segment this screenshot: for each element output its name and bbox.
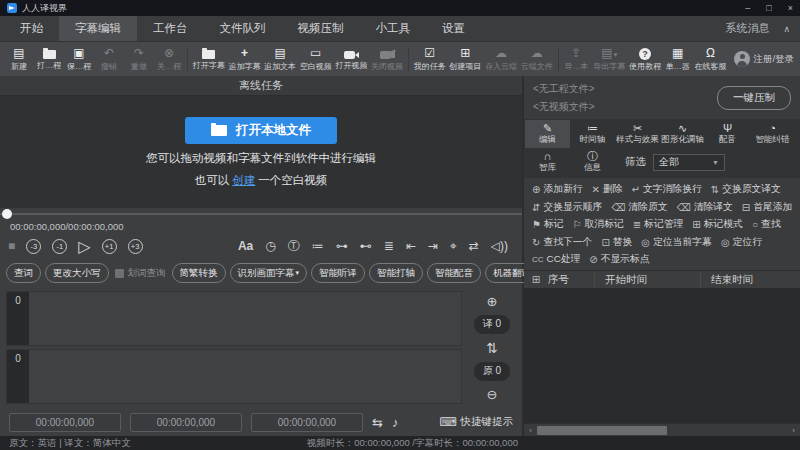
toolbar-close-video[interactable]: 关闭视频 — [369, 47, 405, 72]
music-note-icon[interactable]: ♪ — [392, 415, 399, 430]
locate-target-icon[interactable]: ⌖ — [450, 239, 457, 253]
scroll-right-arrow[interactable]: › — [787, 424, 800, 437]
clear-source-button[interactable]: ⌫清除原文 — [611, 201, 667, 214]
find-button[interactable]: ○查找 — [752, 218, 781, 231]
skip-back-3-button[interactable]: -3 — [26, 239, 41, 254]
login-link[interactable]: 注册/登录 — [753, 53, 796, 66]
ocr-subtitle-button[interactable]: 识别画面字幕▾ — [230, 263, 308, 283]
delete-button[interactable]: ✕删除 — [592, 183, 623, 196]
cc-process-button[interactable]: CCCC处理 — [532, 253, 580, 266]
add-head-tail-button[interactable]: ⊟首尾添加 — [742, 201, 793, 214]
duration-time-input[interactable] — [251, 413, 363, 432]
start-time-input[interactable] — [9, 413, 121, 432]
avatar[interactable] — [734, 51, 750, 67]
toolbar-append-subtitle[interactable]: +追加字幕 — [227, 47, 263, 72]
toolbar-my-tasks[interactable]: ☑我的任务 — [412, 47, 448, 72]
seek-track[interactable] — [0, 213, 522, 215]
toolbar-blank-video[interactable]: ▭空白视频 — [298, 47, 334, 72]
smart-timing-button[interactable]: 智能打轴 — [369, 263, 423, 283]
tab-graphic-timing[interactable]: ∿图形化调轴 — [660, 120, 705, 148]
toolbar-new-project[interactable]: ▤新建 — [4, 47, 34, 72]
maximize-button[interactable]: □ — [766, 4, 771, 13]
zoom-in-icon[interactable]: ⊕ — [487, 295, 498, 308]
tab-timeline[interactable]: ≔时间轴 — [570, 120, 615, 148]
swap-source-translation-button[interactable]: ⇅交换原文译文 — [711, 183, 781, 196]
smart-dubbing-button[interactable]: 智能配音 — [427, 263, 481, 283]
locate-line-button[interactable]: ◎定位行 — [721, 236, 762, 249]
toolbar-create-project[interactable]: ⊞创建项目 — [447, 47, 483, 72]
translation-text-area[interactable] — [29, 292, 461, 345]
tab-edit[interactable]: ✎编辑 — [525, 120, 570, 148]
toolbar-cloud-files[interactable]: ☁云端文件 — [519, 47, 555, 72]
toolbar-append-text[interactable]: ▤追加文本 — [262, 47, 298, 72]
menu-item-workbench[interactable]: 工作台 — [137, 16, 204, 41]
change-case-button[interactable]: 更改大小写 — [45, 263, 109, 283]
tab-style-effects[interactable]: ✂样式与效果 — [615, 120, 660, 148]
tab-dubbing[interactable]: Ψ配音 — [705, 120, 750, 148]
menu-item-tools[interactable]: 小工具 — [360, 16, 427, 41]
toolbar-online-support[interactable]: Ω在线客服 — [693, 47, 729, 72]
add-row-button[interactable]: ⊕添加新行 — [532, 183, 583, 196]
snap-to-end-icon[interactable]: ⇥ — [428, 239, 438, 253]
collapse-toolbar-icon[interactable]: ∧ — [783, 24, 790, 34]
scrollbar-thumb[interactable] — [537, 426, 667, 435]
locate-current-subtitle-button[interactable]: ◎定位当前字幕 — [641, 236, 712, 249]
replace-button[interactable]: ⊡替换 — [601, 236, 632, 249]
toolbar-open-project[interactable]: 打…程 — [34, 47, 64, 71]
filter-select[interactable]: 全部▼ — [653, 154, 725, 171]
menu-item-video-encode[interactable]: 视频压制 — [282, 16, 360, 41]
hide-punctuation-button[interactable]: ⊘不显示标点 — [589, 253, 649, 266]
play-button[interactable]: ▷ — [78, 237, 90, 256]
grid-icon[interactable]: ⊞ — [524, 274, 548, 285]
toolbar-converter[interactable]: ▦单…器 — [663, 47, 693, 72]
remove-linebreak-button[interactable]: ↵文字消除换行 — [632, 183, 702, 196]
toolbar-close-project[interactable]: ⊗关…程 — [154, 47, 184, 72]
toolbar-redo[interactable]: ↷重做 — [124, 47, 154, 72]
font-size-icon[interactable]: Aa — [238, 239, 253, 253]
merge-down-icon[interactable]: ⊷ — [360, 239, 372, 253]
scroll-left-arrow[interactable]: ‹ — [524, 424, 537, 437]
mark-manage-button[interactable]: ≣标记管理 — [633, 218, 684, 231]
toolbar-undo[interactable]: ↶撤销 — [94, 47, 124, 72]
open-local-file-button[interactable]: 打开本地文件 — [185, 117, 337, 144]
tab-knowledge-base[interactable]: ∩智库 — [525, 148, 570, 176]
subtitle-row-translation[interactable]: 0 — [6, 291, 462, 346]
toolbar-open-video[interactable]: 打开视频 — [334, 48, 370, 71]
end-time-input[interactable] — [130, 413, 242, 432]
unmark-button[interactable]: ⚐取消标记 — [573, 218, 624, 231]
toolbar-export-subtitle[interactable]: ▤▾导出字幕 — [591, 47, 627, 72]
video-drop-area[interactable]: 打开本地文件 您可以拖动视频和字幕文件到软件中进行编辑 也可以创建一个空白视频 — [0, 96, 522, 208]
menu-item-start[interactable]: 开始 — [4, 16, 59, 41]
smart-transcribe-button[interactable]: 智能听译 — [311, 263, 365, 283]
simplified-traditional-button[interactable]: 简繁转换 — [172, 263, 226, 283]
one-click-encode-button[interactable]: 一键压制 — [717, 86, 791, 110]
toolbar-export-script[interactable]: ⇪导…本 — [561, 47, 591, 72]
shortcut-hint-button[interactable]: ⌨快捷键提示 — [439, 415, 513, 429]
menu-item-settings[interactable]: 设置 — [426, 16, 481, 41]
create-link[interactable]: 创建 — [232, 174, 255, 186]
toolbar-open-subtitle[interactable]: 打开字幕 — [191, 47, 227, 71]
minimize-button[interactable]: – — [745, 4, 750, 13]
skip-forward-3-button[interactable]: +3 — [128, 239, 143, 254]
subtitle-table-body[interactable] — [524, 289, 800, 423]
skip-forward-1-button[interactable]: +1 — [102, 239, 117, 254]
time-adjust-icon[interactable]: ◷ — [265, 239, 275, 253]
zoom-out-icon[interactable]: ⊖ — [487, 388, 498, 401]
tab-smart-correct[interactable]: ◔智能纠错 — [750, 120, 795, 148]
seek-handle[interactable] — [2, 209, 12, 219]
swap-display-order-button[interactable]: ⇵交换显示顺序 — [532, 201, 602, 214]
toolbar-save-project[interactable]: ▣保…程 — [64, 47, 94, 72]
loop-icon[interactable]: ⇆ — [372, 415, 383, 430]
find-next-button[interactable]: ↻查找下一个 — [532, 236, 592, 249]
text-style-icon[interactable]: Ⓣ — [288, 238, 300, 255]
original-text-area[interactable] — [29, 350, 461, 403]
mark-button[interactable]: ⚑标记 — [532, 218, 564, 231]
stop-button[interactable]: ■ — [8, 239, 15, 253]
horizontal-scrollbar[interactable]: ‹ › — [524, 423, 800, 436]
lookup-word-button[interactable]: 查词 — [6, 263, 41, 283]
toolbar-tutorial[interactable]: ?使用教程 — [627, 47, 663, 72]
align-icon[interactable]: ≣ — [384, 239, 394, 253]
swap-arrows-icon[interactable]: ⇄ — [469, 239, 479, 253]
track-settings-icon[interactable]: ≔ — [312, 239, 324, 253]
swap-rows-icon[interactable]: ⇅ — [486, 341, 498, 355]
